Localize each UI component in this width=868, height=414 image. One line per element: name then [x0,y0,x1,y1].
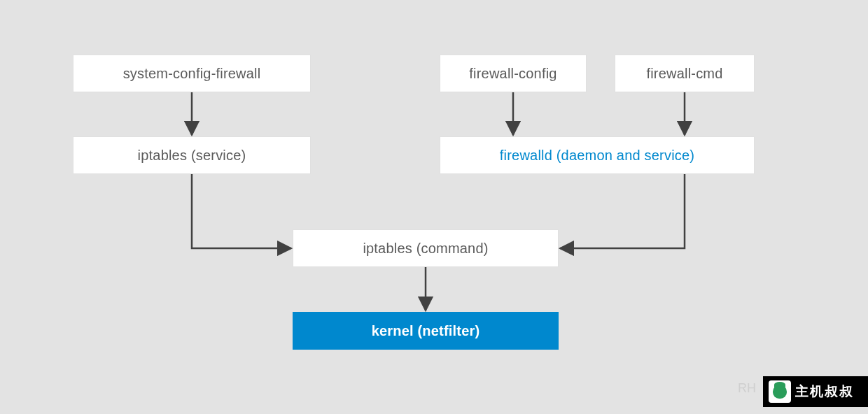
node-iptables-command: iptables (command) [293,229,559,267]
node-kernel-netfilter: kernel (netfilter) [293,312,559,350]
watermark-logo: 主机叔叔 [763,376,868,407]
node-firewall-cmd: firewall-cmd [615,55,755,92]
node-iptables-service: iptables (service) [73,136,311,174]
logo-text: 主机叔叔 [795,383,854,401]
node-firewall-config: firewall-config [440,55,587,92]
watermark-rh-text: RH [738,381,756,396]
logo-avatar-icon [769,380,791,403]
node-system-config-firewall: system-config-firewall [73,55,311,92]
node-firewalld-daemon: firewalld (daemon and service) [440,136,755,174]
